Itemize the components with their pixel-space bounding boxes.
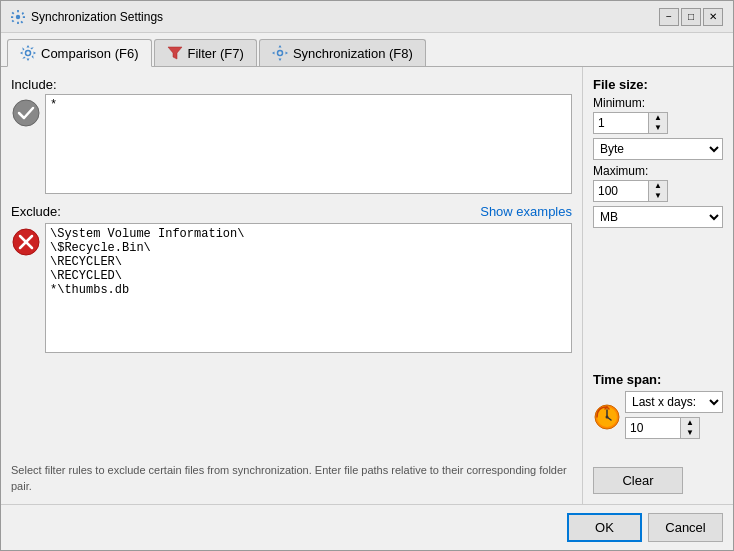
file-size-section: File size: Minimum: ▲ ▼ Byte KB MB GB [593, 77, 723, 232]
sync-icon [272, 45, 288, 61]
timespan-value-input[interactable] [625, 417, 680, 439]
svg-point-1 [26, 51, 31, 56]
min-decrement-button[interactable]: ▼ [649, 123, 667, 133]
ok-button[interactable]: OK [567, 513, 642, 542]
clear-button[interactable]: Clear [593, 467, 683, 494]
max-spinner-buttons: ▲ ▼ [648, 180, 668, 202]
svg-point-0 [16, 14, 20, 18]
bottom-bar: OK Cancel [1, 504, 733, 550]
tab-comparison-label: Comparison (F6) [41, 46, 139, 61]
max-decrement-button[interactable]: ▼ [649, 191, 667, 201]
file-size-label: File size: [593, 77, 723, 92]
tab-bar: Comparison (F6) Filter (F7) Synchronizat… [1, 33, 733, 67]
svg-point-3 [277, 51, 282, 56]
clock-icon [593, 403, 621, 431]
max-unit-select[interactable]: Byte KB MB GB [593, 206, 723, 228]
min-spinner-buttons: ▲ ▼ [648, 112, 668, 134]
timespan-spinner-buttons: ▲ ▼ [680, 417, 700, 439]
right-spacer [593, 244, 723, 368]
include-label: Include: [11, 77, 572, 92]
tab-comparison[interactable]: Comparison (F6) [7, 39, 152, 67]
timespan-increment-button[interactable]: ▲ [681, 418, 699, 428]
cancel-button[interactable]: Cancel [648, 513, 723, 542]
title-bar: Synchronization Settings − □ ✕ [1, 1, 733, 33]
right-panel: File size: Minimum: ▲ ▼ Byte KB MB GB [583, 67, 733, 504]
min-unit-select[interactable]: Byte KB MB GB [593, 138, 723, 160]
max-value-input[interactable] [593, 180, 648, 202]
maximum-label: Maximum: [593, 164, 723, 178]
include-check-icon [11, 98, 41, 128]
include-textarea[interactable]: * [45, 94, 572, 194]
timespan-spinner-row: ▲ ▼ [625, 417, 723, 439]
exclude-textarea[interactable]: \System Volume Information\ \$Recycle.Bi… [45, 223, 572, 353]
app-icon [11, 10, 25, 24]
svg-point-12 [606, 416, 609, 419]
hint-text: Select filter rules to exclude certain f… [11, 463, 572, 494]
timespan-decrement-button[interactable]: ▼ [681, 428, 699, 438]
time-span-label: Time span: [593, 372, 723, 387]
min-increment-button[interactable]: ▲ [649, 113, 667, 123]
time-span-section: Time span: [593, 372, 723, 443]
include-section: Include: * [11, 77, 572, 194]
exclude-x-icon [11, 227, 41, 257]
tab-synchronization[interactable]: Synchronization (F8) [259, 39, 426, 66]
max-spinner-row: ▲ ▼ [593, 180, 723, 202]
show-examples-link[interactable]: Show examples [480, 204, 572, 219]
timespan-select[interactable]: Last x days: Last x hours: Last x months… [625, 391, 723, 413]
tab-synchronization-label: Synchronization (F8) [293, 46, 413, 61]
svg-point-4 [13, 100, 39, 126]
gear-icon [20, 45, 36, 61]
include-area: * [11, 94, 572, 194]
left-panel: Include: * Exclude: Show examples [1, 67, 583, 504]
close-button[interactable]: ✕ [703, 8, 723, 26]
tab-filter-label: Filter (F7) [188, 46, 244, 61]
timespan-row: Last x days: Last x hours: Last x months… [593, 391, 723, 443]
window-title: Synchronization Settings [31, 10, 163, 24]
min-value-input[interactable] [593, 112, 648, 134]
minimum-label: Minimum: [593, 96, 723, 110]
timespan-controls: Last x days: Last x hours: Last x months… [625, 391, 723, 443]
main-window: Synchronization Settings − □ ✕ Compariso… [0, 0, 734, 551]
filter-icon [167, 45, 183, 61]
exclude-area: \System Volume Information\ \$Recycle.Bi… [11, 223, 572, 453]
main-content: Include: * Exclude: Show examples [1, 67, 733, 504]
maximize-button[interactable]: □ [681, 8, 701, 26]
max-unit-dropdown-row: Byte KB MB GB [593, 206, 723, 228]
title-bar-controls: − □ ✕ [659, 8, 723, 26]
title-bar-left: Synchronization Settings [11, 10, 163, 24]
exclude-label: Exclude: [11, 204, 61, 219]
min-spinner-row: ▲ ▼ [593, 112, 723, 134]
timespan-dropdown-row: Last x days: Last x hours: Last x months… [625, 391, 723, 413]
svg-marker-2 [168, 47, 182, 59]
max-increment-button[interactable]: ▲ [649, 181, 667, 191]
exclude-header: Exclude: Show examples [11, 204, 572, 219]
minimize-button[interactable]: − [659, 8, 679, 26]
tab-filter[interactable]: Filter (F7) [154, 39, 257, 66]
min-unit-dropdown-row: Byte KB MB GB [593, 138, 723, 160]
